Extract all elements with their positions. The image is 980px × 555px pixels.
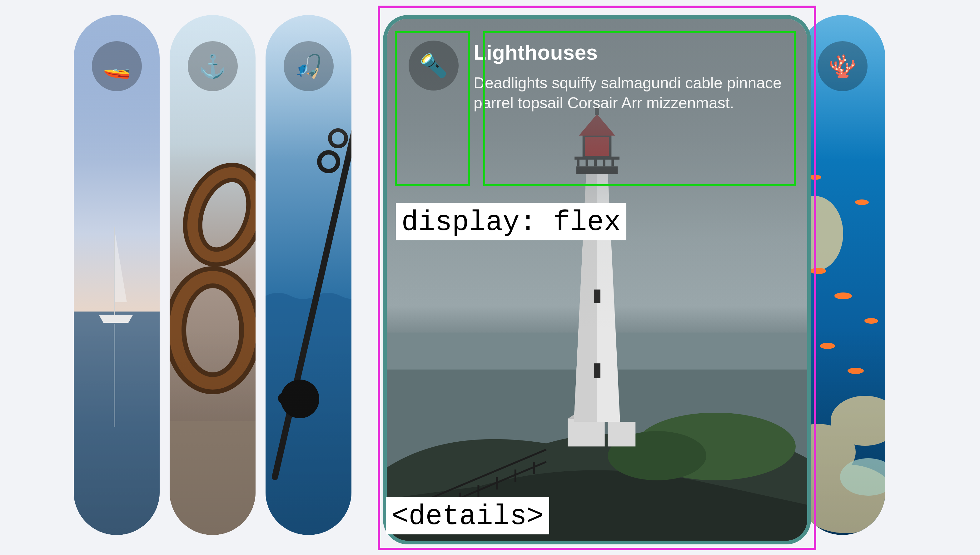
anchor-icon: ⚓ bbox=[188, 41, 238, 91]
card-lighthouses-expanded[interactable]: 🔦 Lighthouses Deadlights squiffy salmagu… bbox=[383, 15, 811, 544]
card-summary[interactable]: 🔦 Lighthouses Deadlights squiffy salmagu… bbox=[409, 40, 785, 113]
annotation-label-flex: display: flex bbox=[396, 203, 626, 241]
card-anchors[interactable]: ⚓ bbox=[170, 15, 256, 535]
card-text: Lighthouses Deadlights squiffy salmagund… bbox=[474, 40, 785, 113]
card-reef[interactable]: 🪸 bbox=[800, 15, 885, 535]
coral-icon: 🪸 bbox=[817, 41, 867, 91]
card-fishing[interactable]: 🎣 bbox=[266, 15, 351, 535]
annotation-label-details: <details> bbox=[386, 497, 549, 534]
card-title: Lighthouses bbox=[474, 40, 785, 64]
fishing-pole-icon: 🎣 bbox=[284, 41, 334, 91]
flashlight-icon: 🔦 bbox=[409, 40, 459, 90]
speedboat-icon: 🚤 bbox=[92, 41, 142, 91]
card-sailing[interactable]: 🚤 bbox=[74, 15, 159, 535]
card-description: Deadlights squiffy salmagundi cable pinn… bbox=[474, 73, 785, 113]
